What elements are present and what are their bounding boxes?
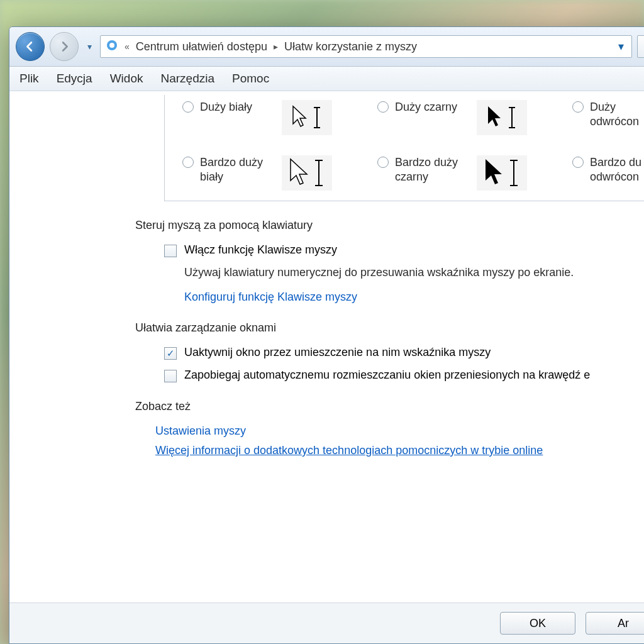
check-row-activate-hover[interactable]: ✓ Uaktywnij okno przez umieszczenie na n… <box>164 346 644 360</box>
link-more-info-online[interactable]: Więcej informacji o dodatkowych technolo… <box>155 444 644 457</box>
scheme-row-large: Duży biały Duży czarny <box>182 100 644 135</box>
forward-button[interactable] <box>50 32 79 61</box>
scheme-row-xl: Bardzo duży biały Bardzo duży czarny <box>182 155 644 191</box>
refresh-button[interactable]: ↻ <box>637 35 644 58</box>
section-title: Ułatwia zarządzanie oknami <box>135 321 644 335</box>
breadcrumb-parent[interactable]: Centrum ułatwień dostępu <box>136 40 267 53</box>
chevron-right-icon: ▸ <box>274 42 278 52</box>
check-row-prevent-snap[interactable]: Zapobiegaj automatycznemu rozmieszczaniu… <box>164 369 644 382</box>
chevron-left-icon: « <box>125 42 130 52</box>
help-text: Używaj klawiatury numerycznej do przesuw… <box>184 266 644 279</box>
section-title: Steruj myszą za pomocą klawiatury <box>135 219 644 232</box>
cursor-preview <box>477 100 527 135</box>
menu-help[interactable]: Pomoc <box>232 72 269 86</box>
scheme-xl-white[interactable]: Bardzo duży biały <box>182 155 340 191</box>
content-area: Duży biały Duży czarny <box>9 91 644 602</box>
scheme-label: Bardzo duży czarny <box>395 155 470 184</box>
scheme-label: Bardzo du odwrócon <box>590 155 644 184</box>
arrow-right-icon <box>57 40 71 53</box>
menu-file[interactable]: Plik <box>19 72 39 86</box>
button-label: OK <box>530 617 546 630</box>
button-bar: OK Ar <box>9 602 644 643</box>
checkbox-label: Włącz funkcję Klawisze myszy <box>184 243 337 257</box>
link-mouse-settings[interactable]: Ustawienia myszy <box>155 425 644 438</box>
address-bar-row: ▾ « Centrum ułatwień dostępu ▸ Ułatw kor… <box>9 27 644 67</box>
section-keyboard-mouse: Steruj myszą za pomocą klawiatury Włącz … <box>135 219 644 304</box>
scheme-large-black[interactable]: Duży czarny <box>377 100 535 135</box>
control-panel-window: ▾ « Centrum ułatwień dostępu ▸ Ułatw kor… <box>9 26 644 644</box>
checkbox-label: Uaktywnij okno przez umieszczenie na nim… <box>184 346 491 359</box>
section-see-also: Zobacz też Ustawienia myszy Więcej infor… <box>135 400 644 457</box>
scheme-xl-black[interactable]: Bardzo duży czarny <box>377 155 535 191</box>
breadcrumb[interactable]: « Centrum ułatwień dostępu ▸ Ułatw korzy… <box>100 35 632 58</box>
radio-large-inverted[interactable] <box>572 101 584 113</box>
main-content: Duży biały Duży czarny <box>135 91 644 602</box>
left-spacer <box>9 91 135 602</box>
breadcrumb-current: Ułatw korzystanie z myszy <box>284 40 417 53</box>
radio-xl-black[interactable] <box>377 157 389 168</box>
radio-xl-inverted[interactable] <box>572 157 584 168</box>
link-configure-mousekeys[interactable]: Konfiguruj funkcję Klawisze myszy <box>184 291 644 304</box>
checkbox-mousekeys[interactable] <box>164 245 177 257</box>
menu-edit[interactable]: Edycja <box>57 72 92 86</box>
history-dropdown[interactable]: ▾ <box>84 37 95 56</box>
arrow-left-icon <box>23 40 37 53</box>
radio-large-black[interactable] <box>377 101 389 113</box>
scheme-xl-inverted[interactable]: Bardzo du odwrócon <box>572 155 644 191</box>
section-window-management: Ułatwia zarządzanie oknami ✓ Uaktywnij o… <box>135 321 644 382</box>
scheme-label: Duży odwrócon <box>590 100 644 128</box>
svg-point-1 <box>109 43 114 48</box>
scheme-label: Duży biały <box>200 100 275 114</box>
menu-bar: Plik Edycja Widok Narzędzia Pomoc <box>9 67 644 91</box>
cancel-button[interactable]: Ar <box>586 612 644 635</box>
cursor-preview <box>477 155 527 191</box>
checkbox-label: Zapobiegaj automatycznemu rozmieszczaniu… <box>184 369 590 382</box>
checkbox-prevent-snap[interactable] <box>164 370 177 382</box>
scheme-large-white[interactable]: Duży biały <box>182 100 340 135</box>
ok-button[interactable]: OK <box>500 612 575 635</box>
cursor-preview <box>282 155 332 191</box>
button-label: Ar <box>618 617 629 630</box>
checkbox-activate-hover[interactable]: ✓ <box>164 347 177 360</box>
radio-xl-white[interactable] <box>182 157 194 168</box>
check-row-mousekeys[interactable]: Włącz funkcję Klawisze myszy <box>164 243 644 257</box>
menu-view[interactable]: Widok <box>110 72 143 86</box>
scheme-label: Bardzo duży biały <box>200 155 275 184</box>
app-icon <box>106 39 118 55</box>
radio-large-white[interactable] <box>182 101 194 113</box>
cursor-scheme-group: Duży biały Duży czarny <box>164 95 644 201</box>
breadcrumb-dropdown[interactable]: ▾ <box>615 40 626 53</box>
menu-tools[interactable]: Narzędzia <box>160 72 214 86</box>
scheme-label: Duży czarny <box>395 100 470 114</box>
section-title: Zobacz też <box>135 400 644 413</box>
cursor-preview <box>282 100 332 135</box>
back-button[interactable] <box>16 32 45 61</box>
scheme-large-inverted[interactable]: Duży odwrócon <box>572 100 644 135</box>
